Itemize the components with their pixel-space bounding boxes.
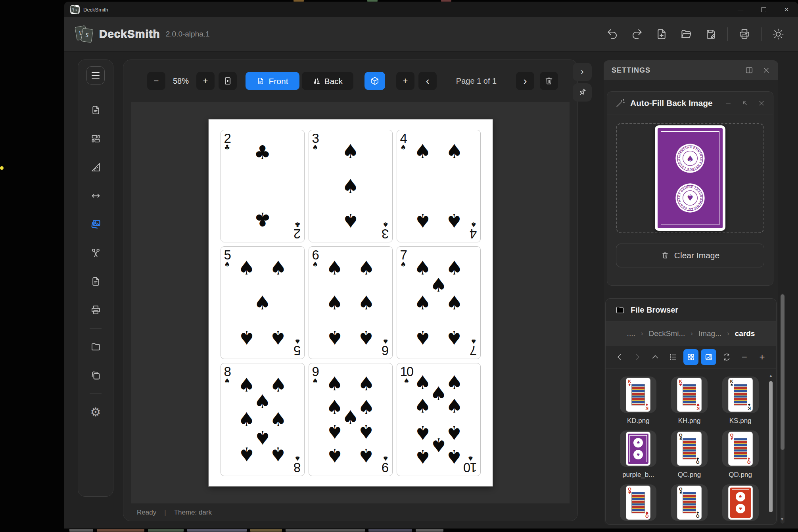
playing-card-2C[interactable]: 2♣2♣♣♣ bbox=[221, 130, 305, 242]
list-view-button[interactable] bbox=[666, 349, 681, 365]
card-thumbnail: ♠♠ bbox=[626, 432, 650, 465]
refresh-button[interactable] bbox=[719, 349, 734, 365]
card-thumbnail: Q♥Q♥ bbox=[626, 486, 650, 519]
file-tile-purple_b...[interactable]: ♠♠ bbox=[620, 430, 656, 467]
file-tile-clipped[interactable]: Q♠Q♠ bbox=[671, 484, 708, 521]
file-tile-QD.png[interactable]: Q♦Q♦ bbox=[722, 430, 759, 467]
suit-pip: ♠ bbox=[358, 258, 375, 277]
nav-up-button[interactable] bbox=[648, 349, 663, 365]
prev-page-button[interactable]: ‹ bbox=[418, 72, 437, 90]
sidebar-item-layout[interactable] bbox=[87, 130, 104, 147]
file-browser-header[interactable]: File Browser bbox=[606, 299, 776, 321]
grid-view-button[interactable] bbox=[683, 349, 699, 365]
suit-pip: ♠ bbox=[254, 428, 271, 447]
zoom-in-thumbs-button[interactable]: + bbox=[754, 349, 770, 365]
nav-forward-button[interactable] bbox=[630, 349, 645, 365]
collapse-panel-button[interactable]: › bbox=[573, 63, 592, 81]
suit-pip: ♠ bbox=[430, 436, 447, 455]
file-label: KS.png bbox=[715, 417, 766, 425]
print-button[interactable] bbox=[736, 25, 753, 43]
autofill-header[interactable]: Auto-Fill Back Image bbox=[607, 92, 773, 115]
back-tab[interactable]: Back bbox=[302, 72, 353, 90]
sidebar-item-file[interactable] bbox=[87, 101, 104, 119]
file-tile-clipped[interactable]: ♠♠ bbox=[722, 484, 759, 521]
maximize-button[interactable] bbox=[752, 2, 775, 17]
clear-image-button[interactable]: Clear Image bbox=[616, 244, 764, 267]
playing-card-9S[interactable]: 9♠9♠♠♠♠♠♠♠♠♠♠ bbox=[309, 363, 393, 476]
suit-pip: ♠ bbox=[414, 211, 431, 230]
playing-card-3S[interactable]: 3♠3♠♠♠♠ bbox=[309, 130, 393, 242]
fit-page-button[interactable] bbox=[219, 72, 237, 90]
sidebar-item-cards[interactable] bbox=[87, 367, 104, 384]
canvas-viewport[interactable]: 2♣2♣♣♣3♠3♠♠♠♠4♠4♠♠♠♠♠5♠5♠♠♠♠♠♠6♠6♠♠♠♠♠♠♠… bbox=[131, 102, 570, 503]
sidebar-item-print[interactable] bbox=[87, 301, 104, 319]
sidebar-item-images[interactable] bbox=[87, 215, 104, 233]
playing-card-8S[interactable]: 8♠8♠♠♠♠♠♠♠♠♠ bbox=[221, 363, 305, 476]
settings-close-icon[interactable] bbox=[762, 66, 770, 74]
file-tile-KD.png[interactable]: K♦K♦ bbox=[620, 376, 656, 413]
new-file-button[interactable] bbox=[653, 25, 670, 43]
app-window: DS DeckSmith — ✕ DS DeckSmith 2.0.0-alph… bbox=[64, 2, 798, 528]
back-image-dropzone[interactable]: AMERICAN CONTRACT BRIDGE LEAGUE • ♠ AMER… bbox=[616, 123, 764, 233]
sidebar-item-resize[interactable] bbox=[87, 187, 104, 204]
open-folder-button[interactable] bbox=[677, 25, 695, 43]
version-label: 2.0.0-alpha.1 bbox=[166, 30, 210, 38]
file-tile-QC.png[interactable]: Q♣Q♣ bbox=[671, 430, 708, 467]
scroll-up-arrow[interactable]: ▲ bbox=[769, 373, 773, 378]
sidebar-item-folder[interactable] bbox=[87, 338, 104, 355]
dock-split-icon[interactable] bbox=[745, 66, 754, 75]
pin-panel-button[interactable] bbox=[573, 83, 592, 102]
titlebar[interactable]: DS DeckSmith — ✕ bbox=[64, 2, 798, 17]
breadcrumb-item[interactable]: Imag... bbox=[698, 329, 721, 338]
zoom-out-thumbs-button[interactable]: − bbox=[737, 349, 752, 365]
next-page-button[interactable]: › bbox=[516, 72, 534, 90]
card-index: 4♠ bbox=[400, 133, 407, 151]
undo-button[interactable] bbox=[604, 25, 621, 43]
sidebar-item-ruler[interactable] bbox=[87, 158, 104, 176]
suit-pip: ♠ bbox=[414, 328, 431, 347]
sidebar-item-cut[interactable] bbox=[87, 244, 104, 261]
breadcrumb-item[interactable]: DeckSmi... bbox=[648, 329, 685, 338]
file-cell: ♠♠ bbox=[715, 484, 766, 524]
sidebar-item-settings[interactable]: ⚙ bbox=[87, 403, 104, 421]
thumbnail-view-button[interactable] bbox=[701, 349, 716, 365]
preview-3d-button[interactable] bbox=[364, 72, 385, 90]
restore-section-icon[interactable] bbox=[741, 100, 748, 107]
playing-card-7S[interactable]: 7♠7♠♠♠♠♠♠♠♠ bbox=[397, 246, 481, 359]
file-tile-KS.png[interactable]: K♠K♠ bbox=[722, 376, 759, 413]
menu-button[interactable] bbox=[86, 66, 105, 85]
redo-button[interactable] bbox=[628, 25, 646, 43]
minimize-section-icon[interactable] bbox=[725, 100, 732, 107]
zoom-in-button[interactable]: + bbox=[196, 72, 215, 90]
add-page-button[interactable]: + bbox=[396, 72, 414, 90]
suit-pip: ♠ bbox=[446, 423, 463, 442]
scroll-down-arrow[interactable]: ▼ bbox=[780, 516, 785, 522]
close-section-icon[interactable] bbox=[758, 100, 765, 107]
settings-scrollbar-thumb[interactable] bbox=[781, 294, 785, 450]
card-thumbnail: Q♣Q♣ bbox=[677, 432, 701, 465]
delete-page-button[interactable] bbox=[540, 72, 558, 90]
playing-card-6S[interactable]: 6♠6♠♠♠♠♠♠♠ bbox=[309, 246, 393, 359]
suit-pip: ♠ bbox=[358, 328, 375, 347]
suit-pip: ♠ bbox=[414, 423, 431, 442]
file-grid-scrollbar[interactable] bbox=[769, 381, 773, 512]
suit-pip: ♠ bbox=[238, 445, 255, 464]
close-button[interactable]: ✕ bbox=[775, 2, 798, 17]
save-button[interactable] bbox=[702, 25, 719, 43]
settings-scrollbar-track[interactable] bbox=[781, 294, 785, 524]
settings-titlebar[interactable]: SETTINGS bbox=[604, 60, 778, 80]
sidebar-item-document[interactable] bbox=[87, 273, 104, 290]
breadcrumb-item[interactable]: .... bbox=[627, 329, 635, 338]
playing-card-10S[interactable]: 10♠10♠♠♠♠♠♠♠♠♠♠♠ bbox=[397, 363, 481, 476]
minimize-button[interactable]: — bbox=[729, 2, 752, 17]
file-tile-KH.png[interactable]: K♥K♥ bbox=[671, 376, 708, 413]
zoom-out-button[interactable]: − bbox=[147, 72, 165, 90]
playing-card-4S[interactable]: 4♠4♠♠♠♠♠ bbox=[397, 130, 481, 242]
file-tile-clipped[interactable]: Q♥Q♥ bbox=[620, 484, 656, 521]
breadcrumb-item[interactable]: cards bbox=[735, 329, 755, 338]
playing-card-5S[interactable]: 5♠5♠♠♠♠♠♠ bbox=[221, 246, 305, 359]
nav-back-button[interactable] bbox=[612, 349, 627, 365]
file-cell: Q♦Q♦QD.png bbox=[715, 430, 766, 479]
theme-toggle-button[interactable] bbox=[769, 25, 787, 43]
front-tab[interactable]: Front bbox=[246, 72, 299, 90]
